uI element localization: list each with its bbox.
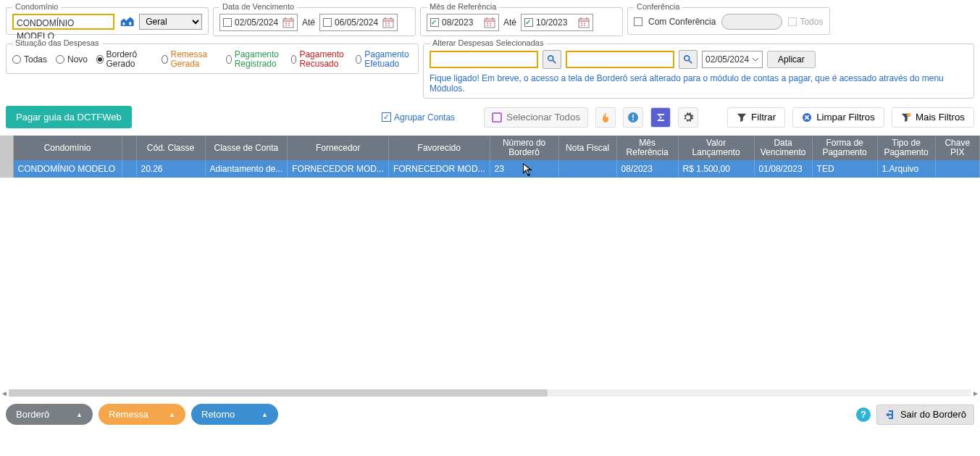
condominio-name[interactable]: CONDOMÍNIO MODELO: [12, 14, 114, 30]
venc-from-value: 02/05/2024: [235, 17, 280, 28]
row-handle[interactable]: [0, 160, 13, 178]
com-conferencia-label: Com Conferência: [648, 17, 716, 27]
bordero-menu-button[interactable]: Borderô▲: [6, 404, 93, 425]
col-cod-classe[interactable]: Cód. Classe: [136, 136, 205, 160]
radio-remessa[interactable]: Remessa Gerada: [162, 50, 218, 69]
todos-checkbox[interactable]: [788, 17, 797, 26]
panel-data-vencimento: Data de Vencimento 02/05/2024 Até 06/05/…: [213, 7, 416, 36]
col-mes-ref[interactable]: Mês Referência: [616, 136, 678, 160]
col-classe-conta[interactable]: Classe de Conta: [205, 136, 288, 160]
scroll-thumb[interactable]: [9, 389, 548, 397]
triangle-up-icon: ▲: [169, 411, 175, 418]
calendar-icon: [578, 17, 590, 28]
radio-recusado[interactable]: Pagamento Recusado: [291, 50, 348, 69]
help-icon[interactable]: ?: [856, 407, 871, 422]
row-checkbox[interactable]: [122, 160, 136, 178]
panel-conferencia: Conferência Com Conferência Todos: [627, 7, 830, 35]
info-icon-button[interactable]: !: [623, 107, 643, 128]
legend-condominio: Condomínio: [12, 2, 61, 11]
scroll-track[interactable]: [9, 389, 971, 397]
limpar-filtros-button[interactable]: Limpar Filtros: [792, 107, 884, 128]
venc-to[interactable]: 06/05/2024: [319, 14, 398, 31]
sair-bordero-button[interactable]: Sair do Borderô: [876, 405, 974, 425]
todos-checkbox-group[interactable]: Todos: [788, 17, 823, 27]
cell-valor-lanc: R$ 1.500,00: [678, 160, 754, 178]
alterar-search-2[interactable]: [566, 51, 674, 68]
legend-mes-referencia: Mês de Referência: [427, 2, 499, 11]
venc-from[interactable]: 02/05/2024: [219, 14, 298, 31]
venc-to-checkbox[interactable]: [323, 18, 332, 27]
col-nota-fiscal[interactable]: Nota Fiscal: [558, 136, 616, 160]
radio-todas[interactable]: Todas: [12, 55, 47, 65]
cell-nota-fiscal: [558, 160, 616, 178]
funnel-plus-icon: [901, 112, 911, 123]
flame-icon-button[interactable]: [595, 107, 616, 128]
col-valor-lanc[interactable]: Valor Lançamento: [678, 136, 754, 160]
filtrar-button[interactable]: Filtrar: [727, 107, 785, 128]
col-num-bordero[interactable]: Número do Borderô: [490, 136, 558, 160]
venc-from-checkbox[interactable]: [223, 18, 232, 27]
radio-novo[interactable]: Novo: [56, 55, 88, 65]
col-condominio[interactable]: Condomínio: [13, 136, 122, 160]
remessa-menu-button[interactable]: Remessa▲: [99, 404, 185, 425]
cell-condominio: CONDOMÍNIO MODELO: [13, 160, 122, 178]
despesas-table: Condomínio Cód. Classe Classe de Conta F…: [0, 136, 980, 178]
ref-to-checkbox[interactable]: [524, 18, 533, 27]
condominio-tipo-select[interactable]: Geral: [139, 14, 202, 30]
sigma-icon-button[interactable]: [650, 107, 671, 128]
agrupar-contas-checkbox[interactable]: ✓ Agrupar Contas: [382, 112, 455, 123]
ref-from-checkbox[interactable]: [430, 18, 439, 27]
panel-mes-referencia: Mês de Referência 08/2023 Até 10/2023: [420, 7, 623, 36]
houses-icon[interactable]: [119, 14, 135, 30]
scroll-right-arrow[interactable]: ►: [971, 389, 980, 397]
calendar-icon: [484, 17, 495, 28]
col-forma-pag[interactable]: Forma de Pagamento: [812, 136, 877, 160]
cell-cod-classe: 20.26: [136, 160, 205, 178]
search-icon: [547, 54, 557, 65]
horizontal-scrollbar[interactable]: ◄ ►: [0, 388, 980, 398]
panel-alterar: Alterar Despesas Selecionadas 02/05/2024…: [423, 43, 974, 99]
cell-mes-ref: 08/2023: [616, 160, 678, 178]
pagar-guia-button[interactable]: Pagar guia da DCTFWeb: [6, 106, 132, 128]
svg-point-11: [907, 112, 910, 116]
ref-from[interactable]: 08/2023: [427, 14, 499, 31]
funnel-icon: [737, 112, 747, 123]
radio-registrado[interactable]: Pagamento Registrado: [226, 50, 282, 69]
search-button-1[interactable]: [543, 50, 561, 69]
triangle-up-icon: ▲: [261, 411, 268, 418]
col-tipo-pag[interactable]: Tipo de Pagamento: [877, 136, 935, 160]
legend-conferencia: Conferência: [634, 2, 682, 11]
col-chave-pix[interactable]: Chave PIX: [935, 136, 979, 160]
svg-text:!: !: [632, 113, 635, 122]
table-row[interactable]: CONDOMÍNIO MODELO 20.26 Adiantamento de.…: [0, 160, 980, 178]
cell-num-bordero: 23: [490, 160, 558, 178]
exit-icon: [884, 409, 896, 420]
alterar-search-1[interactable]: [430, 51, 538, 68]
col-fornecedor[interactable]: Fornecedor: [288, 136, 389, 160]
cell-classe-conta: Adiantamento de...: [205, 160, 288, 178]
retorno-menu-button[interactable]: Retorno▲: [191, 404, 278, 425]
col-handle: [0, 136, 13, 160]
col-favorecido[interactable]: Favorecido: [388, 136, 490, 160]
scroll-left-arrow[interactable]: ◄: [0, 389, 9, 397]
gear-icon-button[interactable]: [678, 107, 698, 128]
alterar-date-dropdown[interactable]: 02/05/2024: [702, 51, 763, 68]
calendar-icon: [382, 17, 394, 28]
ref-from-value: 08/2023: [442, 17, 481, 28]
panel-condominio: Condomínio CONDOMÍNIO MODELO Geral: [6, 7, 209, 35]
ref-to[interactable]: 10/2023: [521, 14, 593, 31]
conferencia-toggle[interactable]: [721, 14, 782, 30]
aplicar-button[interactable]: Aplicar: [767, 51, 816, 68]
mais-filtros-button[interactable]: Mais Filtros: [892, 107, 974, 128]
search-button-2[interactable]: [679, 50, 698, 69]
com-conferencia-checkbox[interactable]: [634, 17, 642, 26]
col-data-venc[interactable]: Data Vencimento: [754, 136, 812, 160]
legend-situacao: Situação das Despesas: [12, 38, 102, 47]
notice-text: Fique ligado! Em breve, o acesso a tela …: [430, 73, 968, 94]
radio-efetuado[interactable]: Pagamento Efetuado: [356, 50, 412, 69]
table-header-row: Condomínio Cód. Classe Classe de Conta F…: [0, 136, 980, 160]
col-check[interactable]: [122, 136, 136, 160]
radio-bordero[interactable]: Borderô Gerado: [96, 50, 153, 69]
selecionar-todos-button[interactable]: Selecionar Todos: [484, 107, 588, 128]
venc-to-value: 06/05/2024: [335, 17, 380, 28]
